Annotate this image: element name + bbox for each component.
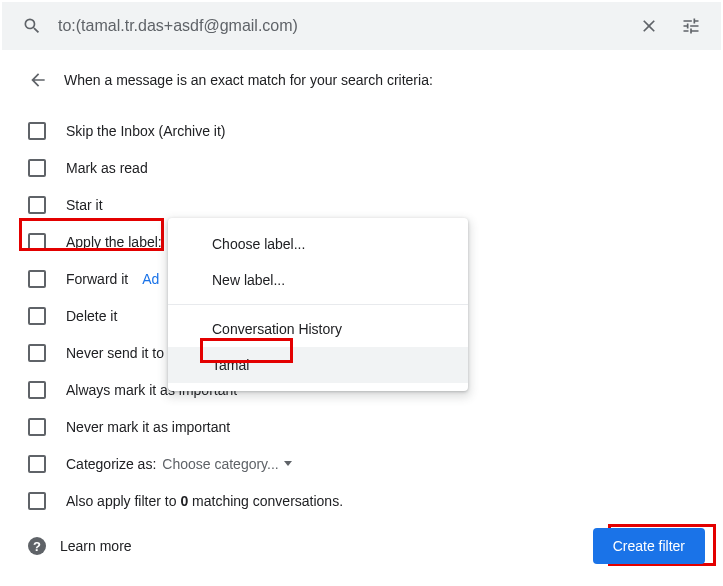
label-also-apply: Also apply filter to 0 matching conversa… <box>66 493 343 509</box>
help-icon: ? <box>28 537 46 555</box>
learn-more-link[interactable]: ? Learn more <box>28 537 132 555</box>
create-filter-button[interactable]: Create filter <box>593 528 705 564</box>
checkbox-mark-read[interactable] <box>28 159 46 177</box>
label-dropdown-menu: Choose label... New label... Conversatio… <box>168 218 468 391</box>
back-arrow-icon[interactable] <box>28 70 48 90</box>
search-icon[interactable] <box>14 8 50 44</box>
label-star-it: Star it <box>66 197 103 213</box>
search-bar <box>2 2 721 50</box>
option-also-apply: Also apply filter to 0 matching conversa… <box>28 482 695 519</box>
menu-item-conversation-history[interactable]: Conversation History <box>168 311 468 347</box>
menu-separator <box>168 304 468 305</box>
choose-category-dropdown[interactable]: Choose category... <box>162 456 291 472</box>
label-categorize-as: Categorize as: <box>66 456 156 472</box>
label-forward-it: Forward it <box>66 271 128 287</box>
label-never-important: Never mark it as important <box>66 419 230 435</box>
learn-more-text: Learn more <box>60 538 132 554</box>
checkbox-apply-label[interactable] <box>28 233 46 251</box>
checkbox-never-spam[interactable] <box>28 344 46 362</box>
label-skip-inbox: Skip the Inbox (Archive it) <box>66 123 226 139</box>
chevron-down-icon <box>284 461 292 466</box>
menu-item-choose-label[interactable]: Choose label... <box>168 226 468 262</box>
label-delete-it: Delete it <box>66 308 117 324</box>
label-apply-label: Apply the label: <box>66 234 162 250</box>
forward-add-link[interactable]: Ad <box>142 271 159 287</box>
checkbox-delete-it[interactable] <box>28 307 46 325</box>
checkbox-always-important[interactable] <box>28 381 46 399</box>
panel-header: When a message is an exact match for you… <box>28 70 695 90</box>
checkbox-star-it[interactable] <box>28 196 46 214</box>
menu-item-new-label[interactable]: New label... <box>168 262 468 298</box>
label-never-spam: Never send it to S <box>66 345 177 361</box>
checkbox-categorize-as[interactable] <box>28 455 46 473</box>
option-never-important: Never mark it as important <box>28 408 695 445</box>
search-input[interactable] <box>50 17 631 35</box>
label-mark-read: Mark as read <box>66 160 148 176</box>
checkbox-also-apply[interactable] <box>28 492 46 510</box>
option-categorize-as: Categorize as: Choose category... <box>28 445 695 482</box>
choose-category-text: Choose category... <box>162 456 278 472</box>
option-skip-inbox: Skip the Inbox (Archive it) <box>28 112 695 149</box>
tune-icon[interactable] <box>673 8 709 44</box>
checkbox-skip-inbox[interactable] <box>28 122 46 140</box>
menu-item-tamal[interactable]: Tamal <box>168 347 468 383</box>
option-mark-read: Mark as read <box>28 149 695 186</box>
close-icon[interactable] <box>631 8 667 44</box>
header-text: When a message is an exact match for you… <box>64 72 433 88</box>
checkbox-never-important[interactable] <box>28 418 46 436</box>
checkbox-forward-it[interactable] <box>28 270 46 288</box>
footer: ? Learn more Create filter <box>28 528 705 564</box>
